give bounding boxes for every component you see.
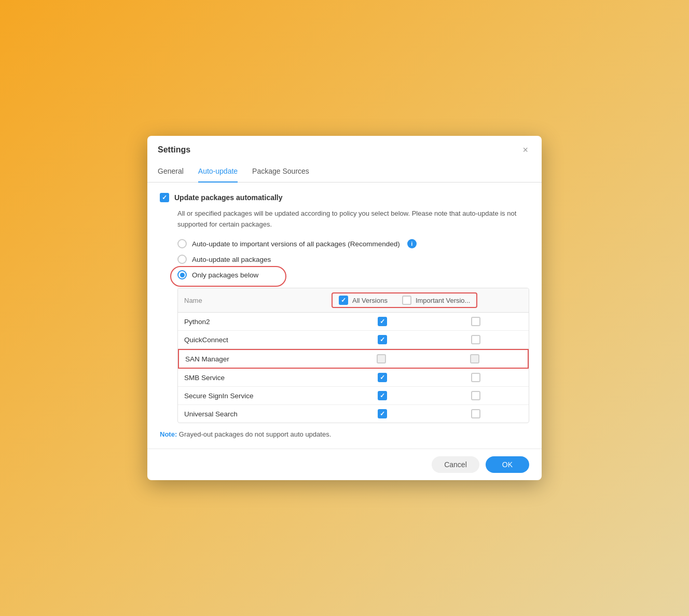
radio-below[interactable] — [177, 270, 187, 279]
smb-important-checkbox[interactable] — [471, 373, 480, 382]
sanmanager-all-cell — [335, 354, 428, 363]
ok-button[interactable]: OK — [486, 456, 529, 473]
table-row: SMB Service ✓ — [178, 369, 529, 387]
radio-all-label: Auto-update all packages — [192, 256, 271, 263]
note-row: Note: Grayed-out packages do not support… — [160, 430, 529, 438]
universal-all-checkbox[interactable]: ✓ — [378, 409, 387, 418]
radio-row-below: Only packages below — [177, 270, 529, 279]
radio-row-important: Auto-update to important versions of all… — [177, 239, 529, 248]
settings-dialog: Settings × General Auto-update Package S… — [147, 136, 542, 481]
row-smb-name: SMB Service — [184, 374, 336, 382]
table-row: Python2 ✓ — [178, 313, 529, 331]
tab-auto-update[interactable]: Auto-update — [198, 162, 238, 183]
tab-bar: General Auto-update Package Sources — [147, 162, 542, 183]
close-button[interactable]: × — [519, 144, 531, 156]
smb-important-cell — [429, 373, 522, 382]
tab-package-sources[interactable]: Package Sources — [252, 162, 309, 183]
important-versions-checkbox[interactable] — [402, 296, 411, 305]
table-row: QuickConnect ✓ — [178, 331, 529, 349]
table-scroll-area: Python2 ✓ QuickConnect ✓ — [178, 313, 529, 423]
radio-below-label: Only packages below — [192, 271, 258, 279]
table-row: SAN Manager — [178, 349, 529, 369]
quickconnect-important-checkbox[interactable] — [471, 335, 480, 344]
note-text: Grayed-out packages do not support auto … — [179, 430, 331, 438]
info-icon[interactable]: i — [407, 239, 417, 248]
note-label: Note: — [160, 430, 177, 438]
tab-general[interactable]: General — [158, 162, 184, 183]
radio-all[interactable] — [177, 255, 187, 264]
dialog-footer: Cancel OK — [147, 449, 542, 480]
important-versions-label: Important Versio... — [416, 297, 471, 304]
radio-group: Auto-update to important versions of all… — [177, 239, 529, 279]
update-auto-label: Update packages automatically — [174, 193, 283, 202]
col-versions-header: ✓ All Versions Important Versio... — [336, 292, 522, 308]
col-header-box: ✓ All Versions Important Versio... — [332, 292, 477, 308]
checkmark-icon: ✓ — [162, 194, 167, 201]
signin-all-cell: ✓ — [336, 391, 429, 400]
cancel-button[interactable]: Cancel — [432, 456, 479, 473]
universal-important-cell — [429, 409, 522, 418]
dialog-body: ✓ Update packages automatically All or s… — [147, 183, 542, 449]
radio-important[interactable] — [177, 239, 187, 248]
all-versions-checkmark: ✓ — [341, 297, 346, 304]
python2-important-cell — [429, 317, 522, 326]
signin-important-checkbox[interactable] — [471, 391, 480, 400]
signin-important-cell — [429, 391, 522, 400]
all-versions-label: All Versions — [352, 297, 388, 304]
universal-all-cell: ✓ — [336, 409, 429, 418]
python2-all-checkbox[interactable]: ✓ — [378, 317, 387, 326]
sanmanager-all-checkbox[interactable] — [377, 354, 386, 363]
dialog-title: Settings — [158, 145, 190, 155]
table-header-row: Name ✓ All Versions Important Versio... — [178, 288, 529, 313]
update-auto-checkbox-row: ✓ Update packages automatically — [160, 193, 529, 202]
radio-important-label: Auto-update to important versions of all… — [192, 240, 400, 248]
row-quickconnect-name: QuickConnect — [184, 336, 336, 344]
dialog-header: Settings × — [147, 136, 542, 162]
update-auto-checkbox[interactable]: ✓ — [160, 193, 169, 202]
python2-important-checkbox[interactable] — [471, 317, 480, 326]
smb-all-checkbox[interactable]: ✓ — [378, 373, 387, 382]
python2-all-cell: ✓ — [336, 317, 429, 326]
sanmanager-important-checkbox[interactable] — [470, 354, 479, 363]
radio-row-all: Auto-update all packages — [177, 255, 529, 264]
row-python2-name: Python2 — [184, 318, 336, 326]
all-versions-header: ✓ All Versions — [339, 296, 388, 305]
sanmanager-important-cell — [428, 354, 521, 363]
row-sanmanager-name: SAN Manager — [185, 355, 335, 363]
smb-all-cell: ✓ — [336, 373, 429, 382]
quickconnect-all-cell: ✓ — [336, 335, 429, 344]
quickconnect-important-cell — [429, 335, 522, 344]
important-versions-header: Important Versio... — [402, 296, 471, 305]
col-name-header: Name — [184, 297, 336, 304]
radio-dot — [180, 273, 185, 277]
table-row: Universal Search ✓ — [178, 405, 529, 423]
row-universal-name: Universal Search — [184, 410, 336, 418]
all-versions-checkbox[interactable]: ✓ — [339, 296, 348, 305]
quickconnect-all-checkbox[interactable]: ✓ — [378, 335, 387, 344]
packages-table: Name ✓ All Versions Important Versio... — [177, 288, 529, 423]
table-row: Secure SignIn Service ✓ — [178, 387, 529, 405]
universal-important-checkbox[interactable] — [471, 409, 480, 418]
signin-all-checkbox[interactable]: ✓ — [378, 391, 387, 400]
update-description: All or specified packages will be update… — [177, 208, 529, 230]
row-signin-name: Secure SignIn Service — [184, 392, 336, 400]
